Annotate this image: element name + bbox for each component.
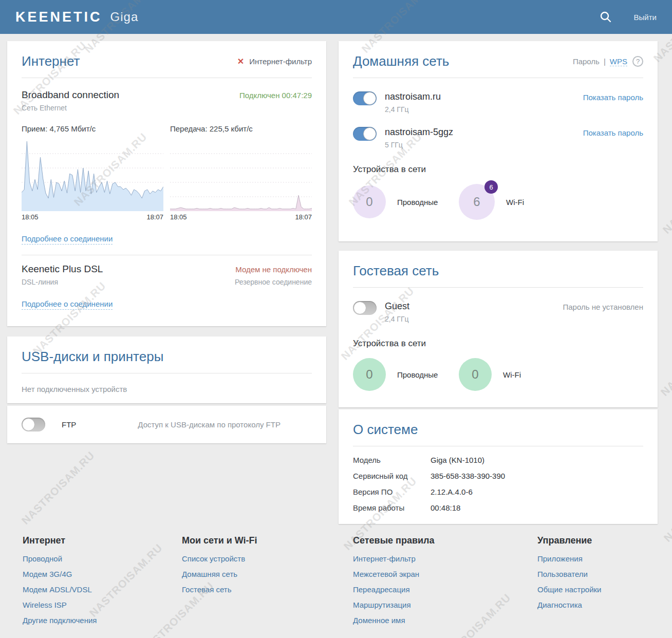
internet-card: Интернет ✕ Интернет-фильтр Broadband con… xyxy=(7,41,326,326)
footer-link-domain-name[interactable]: Доменное имя xyxy=(353,616,435,625)
footer-heading: Интернет xyxy=(23,535,97,546)
upload-chart: Передача: 225,5 кбит/с 18:05 18:07 xyxy=(170,124,312,221)
system-row: Версия ПО 2.12.A.4.0-6 xyxy=(353,487,643,496)
system-row: Время работы 00:48:18 xyxy=(353,503,643,512)
router-dashboard-page: KEENETIC Giga Выйти Интернет ✕ Интернет-… xyxy=(0,0,672,638)
footer-link-internet-filter[interactable]: Интернет-фильтр xyxy=(353,554,435,563)
password-link[interactable]: Пароль xyxy=(573,57,600,66)
footer-link-device-list[interactable]: Список устройств xyxy=(182,554,257,563)
footer-link-forwarding[interactable]: Переадресация xyxy=(353,585,435,594)
devices-title: Устройства в сети xyxy=(353,164,643,175)
footer-heading: Управление xyxy=(537,535,602,546)
download-chart-area xyxy=(22,139,163,211)
show-password-link[interactable]: Показать пароль xyxy=(583,93,643,102)
footer-link-routing[interactable]: Маршрутизация xyxy=(353,601,435,609)
logout-button[interactable]: Выйти xyxy=(634,13,657,22)
connection-type: Сеть Ethernet xyxy=(22,104,312,112)
home-network-card: Домашняя сеть Пароль | WPS ? nastroisam.… xyxy=(339,41,658,241)
connection-status: Подключен 00:47:29 xyxy=(239,91,312,100)
x-axis-start: 18:05 xyxy=(170,213,187,221)
search-icon[interactable] xyxy=(599,10,612,24)
x-axis-start: 18:05 xyxy=(22,213,39,221)
footer-link-modem-adsl[interactable]: Модем ADSL/VDSL xyxy=(23,585,97,594)
wifi-count-circle: 0 xyxy=(459,358,492,391)
brand-model-name: Giga xyxy=(110,10,139,24)
top-header: KEENETIC Giga Выйти xyxy=(0,0,672,34)
footer-heading: Сетевые правила xyxy=(353,535,435,546)
footer-link-users[interactable]: Пользователи xyxy=(537,570,602,578)
wifi-count-badge: 6 xyxy=(484,180,498,194)
guest-network-row: Guest 2,4 ГГц Пароль не установлен xyxy=(353,301,643,323)
connection-name: Keenetic Plus DSL xyxy=(22,264,103,275)
guest-ssid: Guest xyxy=(385,301,563,312)
wifi-ssid: nastroisam-5ggz xyxy=(385,127,583,138)
footer-link-wired[interactable]: Проводной xyxy=(23,554,97,563)
footer-col-internet: Интернет Проводной Модем 3G/4G Модем ADS… xyxy=(23,535,97,631)
footer-link-general-settings[interactable]: Общие настройки xyxy=(537,585,602,594)
wifi-devices: 6 6 Wi-Fi xyxy=(459,184,565,220)
footer-link-other-connections[interactable]: Другие подключения xyxy=(23,616,97,625)
footer-col-my-networks: Мои сети и Wi-Fi Список устройств Домашн… xyxy=(182,535,257,601)
filter-off-x-icon: ✕ xyxy=(237,57,244,66)
system-row: Сервисный код 385-658-338-390-390 xyxy=(353,472,643,480)
internet-card-title: Интернет xyxy=(22,53,80,69)
footer-link-modem-3g4g[interactable]: Модем 3G/4G xyxy=(23,570,97,578)
footer-link-home-network[interactable]: Домашняя сеть xyxy=(182,570,257,578)
wifi-network-row: nastroisam.ru 2,4 ГГц Показать пароль xyxy=(353,91,643,114)
site-watermark: NASTROISAM.RU xyxy=(19,449,97,527)
show-password-link[interactable]: Показать пароль xyxy=(583,128,643,137)
wifi-network-row: nastroisam-5ggz 5 ГГц Показать пароль xyxy=(353,127,643,149)
wired-devices: 0 Проводные xyxy=(353,358,459,391)
site-watermark: NASTROISAM.RU xyxy=(660,158,672,236)
upload-chart-area xyxy=(170,139,312,211)
footer-link-firewall[interactable]: Межсетевой экран xyxy=(353,570,435,578)
connection-type: DSL-линия xyxy=(22,278,58,286)
system-card-title: О системе xyxy=(353,422,418,438)
ftp-description: Доступ к USB-дискам по протоколу FTP xyxy=(138,420,281,429)
wifi-toggle-2g[interactable] xyxy=(353,91,377,105)
footer-link-guest-network[interactable]: Гостевая сеть xyxy=(182,585,257,594)
download-chart: Прием: 4,765 Мбит/с 18:05 18:07 xyxy=(22,124,163,221)
guest-wifi-toggle[interactable] xyxy=(353,301,377,315)
guest-band: 2,4 ГГц xyxy=(385,315,563,323)
footer-heading: Мои сети и Wi-Fi xyxy=(182,535,257,546)
internet-filter-link[interactable]: ✕ Интернет-фильтр xyxy=(237,57,312,66)
ftp-card: FTP Доступ к USB-дискам по протоколу FTP xyxy=(7,406,326,443)
connection-details-link[interactable]: Подробнее о соединении xyxy=(22,299,113,310)
connection-note: Резервное соединение xyxy=(235,278,312,286)
footer-link-applications[interactable]: Приложения xyxy=(537,554,602,563)
x-axis-end: 18:07 xyxy=(146,213,163,221)
home-network-title: Домашняя сеть xyxy=(353,53,449,69)
wifi-devices: 0 Wi-Fi xyxy=(459,358,565,391)
system-row: Модель Giga (KN-1010) xyxy=(353,456,643,464)
ftp-toggle-label: FTP xyxy=(62,420,76,429)
brand-logo: KEENETIC xyxy=(15,9,102,25)
system-card: О системе Модель Giga (KN-1010) Сервисны… xyxy=(339,409,658,524)
footer-link-wireless-isp[interactable]: Wireless ISP xyxy=(23,601,97,609)
devices-title: Устройства в сети xyxy=(353,339,643,349)
ftp-toggle[interactable] xyxy=(22,418,45,431)
guest-password-status: Пароль не установлен xyxy=(563,303,643,311)
wps-link[interactable]: WPS xyxy=(610,57,627,66)
wifi-band: 5 ГГц xyxy=(385,141,583,149)
wifi-ssid: nastroisam.ru xyxy=(385,91,583,102)
footer-col-management: Управление Приложения Пользователи Общие… xyxy=(537,535,602,616)
site-watermark: NASTROISAM.RU xyxy=(658,321,672,399)
help-icon[interactable]: ? xyxy=(632,56,643,67)
usb-card: USB-диски и принтеры Нет подключенных ус… xyxy=(7,336,326,403)
footer-link-diagnostics[interactable]: Диагностика xyxy=(537,601,602,609)
wifi-band: 2,4 ГГц xyxy=(385,105,583,114)
guest-network-card: Гостевая сеть Guest 2,4 ГГц Пароль не ус… xyxy=(339,251,658,407)
wifi-toggle-5g[interactable] xyxy=(353,127,377,141)
footer-nav: Интернет Проводной Модем 3G/4G Модем ADS… xyxy=(0,535,672,633)
connection-details-link[interactable]: Подробнее о соединении xyxy=(22,234,113,245)
traffic-charts: Прием: 4,765 Мбит/с 18:05 18:07 Передача… xyxy=(22,124,312,221)
connection-status: Модем не подключен xyxy=(235,265,312,274)
site-watermark: NASTROISAM.RU xyxy=(661,466,672,545)
connection-name: Broadband connection xyxy=(22,89,119,101)
guest-network-title: Гостевая сеть xyxy=(353,263,439,279)
x-axis-end: 18:07 xyxy=(295,213,312,221)
wired-count-circle: 0 xyxy=(353,185,386,218)
usb-empty-text: Нет подключенных устройств xyxy=(22,385,312,393)
wired-count-circle: 0 xyxy=(353,358,386,391)
